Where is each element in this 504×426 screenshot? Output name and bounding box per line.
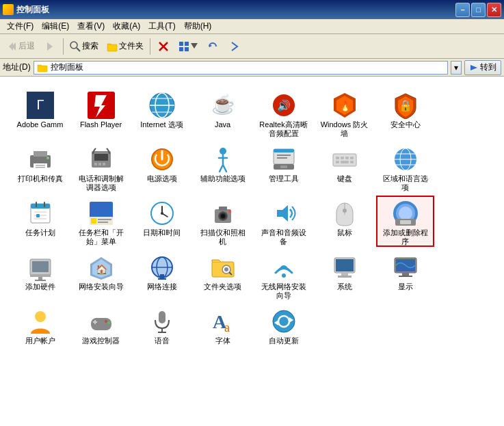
- icon-label-java: Java: [215, 120, 230, 129]
- window-icon: [3, 4, 14, 15]
- icon-item-realtek-audio[interactable]: 🔊Realtek高清晰音频配置: [254, 88, 313, 139]
- search-button[interactable]: 搜索: [66, 36, 102, 57]
- icon-item-user-accounts[interactable]: 用户帐户: [11, 304, 69, 355]
- svg-rect-56: [350, 161, 354, 163]
- minimize-button[interactable]: －: [455, 3, 470, 17]
- close-button[interactable]: ✕: [487, 3, 501, 17]
- svg-marker-15: [470, 65, 477, 70]
- go-button[interactable]: 转到: [464, 60, 501, 75]
- icon-label-system: 系统: [337, 282, 352, 291]
- icon-item-fonts[interactable]: Aa字体: [194, 304, 252, 355]
- icon-item-display[interactable]: 显示: [376, 250, 434, 301]
- icon-label-game-controllers: 游戏控制器: [82, 336, 120, 345]
- icon-item-java[interactable]: ☕Java: [194, 88, 252, 139]
- icon-item-mouse[interactable]: 鼠标: [315, 196, 373, 247]
- icon-item-regional[interactable]: 区域和语言选项: [376, 142, 434, 193]
- icon-item-windows-firewall[interactable]: 🔥Windows 防火墙: [315, 88, 373, 139]
- svg-rect-63: [31, 204, 50, 209]
- svg-rect-111: [341, 273, 348, 276]
- menu-view[interactable]: 查看(V): [73, 19, 109, 34]
- svg-rect-10: [179, 47, 183, 51]
- folders-button[interactable]: 文件夹: [103, 36, 147, 57]
- icon-label-fonts: 字体: [215, 336, 230, 345]
- svg-rect-54: [336, 161, 339, 163]
- icon-item-sounds[interactable]: 声音和音频设备: [254, 196, 313, 247]
- icon-item-task-scheduler[interactable]: 任务计划: [11, 196, 69, 247]
- icon-item-speech[interactable]: 语音: [133, 304, 191, 355]
- icon-item-network-conn[interactable]: 网络连接: [133, 250, 191, 301]
- icon-item-datetime[interactable]: 日期和时间: [133, 196, 191, 247]
- icon-img-regional: [392, 146, 419, 173]
- svg-rect-48: [280, 165, 287, 168]
- menu-edit[interactable]: 编辑(E): [38, 19, 73, 34]
- icon-item-game-controllers[interactable]: 游戏控制器: [72, 304, 130, 355]
- icon-label-admin-tools: 管理工具: [269, 174, 299, 183]
- icon-item-internet-options[interactable]: Internet 选项: [133, 88, 191, 139]
- icon-item-network-wizard[interactable]: 🏠网络安装向导: [72, 250, 130, 301]
- svg-point-122: [107, 321, 110, 324]
- icon-item-security-center[interactable]: 🔒安全中心: [376, 88, 434, 139]
- icon-img-flash-player: [88, 92, 115, 119]
- icon-label-printers: 打印机和传真: [18, 174, 63, 183]
- svg-rect-31: [34, 151, 47, 157]
- go-places-button[interactable]: [224, 36, 245, 57]
- maximize-button[interactable]: □: [471, 3, 486, 17]
- icon-item-auto-update[interactable]: 自动更新: [254, 304, 313, 355]
- icon-item-system[interactable]: 系统: [315, 250, 373, 301]
- icon-item-accessibility[interactable]: 辅助功能选项: [194, 142, 252, 193]
- icon-img-phone-modem: [88, 146, 115, 173]
- svg-rect-55: [341, 161, 349, 163]
- icon-img-speech: [148, 308, 176, 335]
- icon-item-flash-player[interactable]: Flash Player: [72, 88, 130, 139]
- icon-item-folder-options[interactable]: 文件夹选项: [194, 250, 252, 301]
- icon-img-network-wizard: 🏠: [88, 254, 115, 281]
- svg-rect-52: [345, 157, 349, 159]
- svg-rect-38: [94, 163, 97, 165]
- icon-item-admin-tools[interactable]: 管理工具: [254, 142, 313, 193]
- svg-rect-120: [94, 320, 96, 324]
- svg-point-128: [273, 310, 295, 332]
- forward-button[interactable]: [40, 36, 60, 57]
- svg-rect-97: [35, 280, 46, 281]
- address-dropdown[interactable]: ▾: [451, 61, 462, 75]
- menu-bar: 文件(F) 编辑(E) 查看(V) 收藏(A) 工具(T) 帮助(H): [0, 19, 504, 34]
- svg-line-4: [77, 48, 80, 51]
- address-value: 控制面板: [51, 62, 83, 73]
- icon-item-keyboard[interactable]: 键盘: [315, 142, 373, 193]
- menu-file[interactable]: 文件(F): [3, 19, 38, 34]
- menu-help[interactable]: 帮助(H): [180, 19, 216, 34]
- delete-button[interactable]: [153, 36, 174, 57]
- svg-point-108: [282, 274, 286, 278]
- menu-favorites[interactable]: 收藏(A): [109, 19, 144, 34]
- svg-point-84: [228, 210, 231, 213]
- icon-item-adobe-gamma[interactable]: ΓAdobe Gamm: [11, 88, 69, 139]
- icon-img-power: [148, 146, 176, 173]
- icon-img-admin-tools: [270, 146, 297, 173]
- svg-rect-51: [341, 157, 344, 159]
- icon-item-add-hardware[interactable]: 添加硬件: [11, 250, 69, 301]
- icon-item-wireless-wizard[interactable]: 无线网络安装向导: [254, 250, 313, 301]
- toolbar-sep-1: [63, 38, 64, 55]
- icon-label-datetime: 日期和时间: [143, 228, 181, 237]
- svg-point-121: [105, 320, 107, 323]
- icon-img-taskbar-menu: [88, 200, 115, 227]
- icon-item-power[interactable]: 电源选项: [133, 142, 191, 193]
- menu-tools[interactable]: 工具(T): [144, 19, 179, 34]
- svg-rect-118: [91, 318, 111, 330]
- svg-rect-110: [336, 259, 354, 271]
- refresh-button[interactable]: [202, 36, 223, 57]
- icon-item-taskbar-menu[interactable]: 任务栏和「开始」菜单: [72, 196, 130, 247]
- icon-label-adobe-gamma: Adobe Gamm: [17, 120, 64, 129]
- back-button[interactable]: 后退: [3, 36, 38, 57]
- icon-label-task-scheduler: 任务计划: [25, 228, 55, 237]
- svg-rect-72: [91, 218, 96, 224]
- views-button[interactable]: [175, 36, 201, 57]
- icon-label-display: 显示: [398, 282, 413, 291]
- icon-item-printers[interactable]: 打印机和传真: [11, 142, 69, 193]
- address-input[interactable]: 控制面板: [34, 61, 448, 75]
- icon-item-phone-modem[interactable]: 电话和调制解调器选项: [72, 142, 130, 193]
- svg-marker-13: [209, 44, 212, 47]
- svg-rect-94: [32, 261, 49, 272]
- icon-item-scanner-camera[interactable]: 扫描仪和照相机: [194, 196, 252, 247]
- icon-item-add-remove[interactable]: 添加或删除程序: [376, 196, 434, 247]
